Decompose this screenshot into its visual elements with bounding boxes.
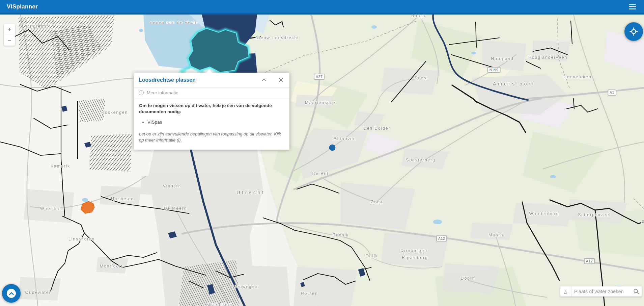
popup-note-text: Let op er zijn aanvullende bepalingen va… — [139, 131, 284, 143]
popup-header: Loosdrechtse plassen — [134, 73, 289, 87]
search-bar: △ — [560, 286, 642, 297]
chevron-up-icon — [7, 289, 16, 298]
map-container[interactable]: Mijdrechtoenen aan de VechtNieuw-Loosdre… — [0, 0, 644, 306]
more-info-row[interactable]: i Meer informatie — [134, 87, 289, 98]
popup-body: Om te mogen vissen op dit water, heb je … — [134, 98, 289, 150]
popup-title: Loosdrechtse plassen — [139, 77, 196, 83]
search-collapse-icon[interactable]: △ — [560, 286, 571, 297]
zoom-control: + − — [4, 24, 15, 46]
popup-lead-text: Om te mogen vissen op dit water, heb je … — [139, 103, 284, 115]
more-info-label: Meer informatie — [147, 90, 178, 95]
document-list: VISpas — [147, 119, 284, 125]
popup-pointer — [206, 70, 212, 73]
crosshair-icon — [629, 27, 638, 36]
app-header: VISplanner — [0, 0, 644, 15]
zoom-out-button[interactable]: − — [4, 35, 15, 46]
menu-icon[interactable] — [627, 2, 637, 11]
close-icon[interactable] — [278, 77, 284, 83]
info-icon: i — [139, 90, 144, 95]
locate-button[interactable] — [624, 22, 643, 41]
map-canvas[interactable] — [0, 0, 644, 306]
search-input[interactable] — [571, 289, 631, 294]
feature-popup: Loosdrechtse plassen i Meer informatie O… — [134, 73, 289, 150]
app-title: VISplanner — [7, 3, 38, 10]
legend-toggle-button[interactable] — [2, 284, 21, 303]
document-item: VISpas — [147, 119, 284, 125]
zoom-in-button[interactable]: + — [4, 24, 15, 35]
collapse-icon[interactable] — [260, 77, 268, 83]
map-marker-dot[interactable] — [329, 145, 336, 151]
search-icon[interactable] — [631, 286, 642, 297]
